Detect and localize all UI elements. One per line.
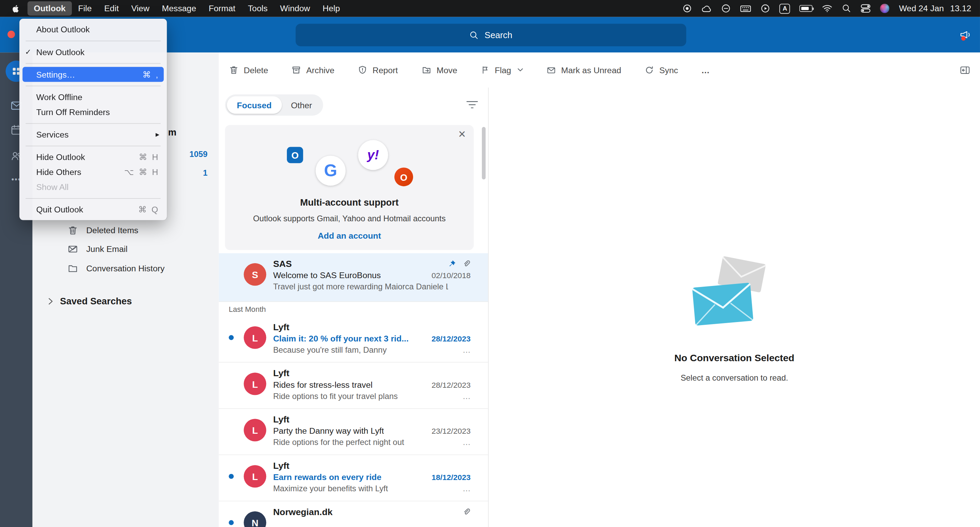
folder-deleted-items[interactable]: Deleted Items — [67, 225, 138, 236]
message-row-lyft-1[interactable]: L Lyft Claim it: 20 % off your next 3 ri… — [219, 316, 488, 363]
list-scrollbar[interactable] — [482, 127, 485, 180]
play-icon[interactable] — [761, 4, 770, 13]
sender: SAS — [273, 259, 292, 269]
close-window-button[interactable] — [8, 31, 15, 38]
menubar-item-file[interactable]: File — [72, 2, 98, 16]
wifi-icon[interactable] — [822, 5, 833, 13]
empty-state-subtitle: Select a conversation to read. — [488, 373, 980, 383]
preview: Travel just got more rewarding Maiorca D… — [273, 282, 448, 291]
cloud-icon[interactable] — [701, 5, 712, 13]
message-date: 02/10/2018 — [431, 271, 471, 280]
menubar-item-format[interactable]: Format — [202, 2, 242, 16]
promo-subtitle: Outlook supports Gmail, Yahoo and Hotmai… — [225, 214, 474, 223]
menubar-item-window[interactable]: Window — [274, 2, 317, 16]
outlook-logo: O — [287, 147, 303, 163]
sender: Lyft — [273, 322, 290, 332]
avatar: L — [243, 326, 266, 349]
menubar-item-edit[interactable]: Edit — [98, 2, 125, 16]
message-date: 28/12/2023 — [431, 334, 471, 343]
sender: Norwegian.dk — [273, 507, 333, 517]
menu-shortcut: ⌘ H — [139, 152, 159, 162]
avatar: L — [243, 373, 266, 395]
row-more-button[interactable]: … — [463, 392, 471, 401]
report-button[interactable]: Report — [358, 65, 398, 75]
keyboard-icon[interactable] — [740, 4, 751, 13]
dnd-icon[interactable] — [721, 4, 731, 13]
toolbar-overflow-button[interactable]: … — [701, 65, 710, 75]
menu-item-quit[interactable]: Quit Outlook ⌘ Q — [19, 202, 167, 217]
menu-item-work-offline[interactable]: Work Offline — [19, 89, 167, 105]
message-row-lyft-4[interactable]: L Lyft Earn rewards on every ride 18/12/… — [219, 455, 488, 502]
message-date: 28/12/2023 — [431, 380, 471, 389]
control-center-icon[interactable] — [861, 4, 871, 13]
apple-menu[interactable] — [9, 3, 27, 13]
menu-item-services[interactable]: Services ▸ — [19, 127, 167, 142]
archive-button[interactable]: Archive — [291, 65, 334, 75]
whats-new-button[interactable] — [958, 27, 972, 41]
menu-item-hide-others[interactable]: Hide Others ⌥ ⌘ H — [19, 164, 167, 180]
menu-item-label: Hide Others — [37, 167, 81, 177]
message-rows: S SAS Welcome to SAS EuroBonus 02/10/201… — [219, 253, 488, 527]
siri-icon[interactable] — [880, 4, 890, 13]
sync-label: Sync — [659, 65, 678, 75]
mark-unread-button[interactable]: Mark as Unread — [546, 65, 621, 75]
menu-separator — [25, 123, 161, 124]
row-more-button[interactable]: … — [463, 438, 471, 447]
delete-button[interactable]: Delete — [229, 65, 268, 75]
sync-button[interactable]: Sync — [644, 65, 678, 75]
empty-state-illustration — [693, 256, 775, 330]
tab-other[interactable]: Other — [282, 100, 321, 110]
reading-pane-toggle-button[interactable] — [959, 65, 970, 75]
menu-separator — [25, 198, 161, 199]
move-button[interactable]: Move — [421, 65, 457, 75]
message-row-lyft-3[interactable]: L Lyft Party the Danny way with Lyft 23/… — [219, 409, 488, 455]
tab-focused[interactable]: Focused — [227, 96, 282, 114]
message-row-lyft-2[interactable]: L Lyft Rides for stress-less travel 28/1… — [219, 363, 488, 409]
mark-unread-label: Mark as Unread — [561, 65, 621, 75]
close-icon[interactable]: × — [458, 128, 466, 140]
hotmail-logo: O — [395, 167, 413, 186]
subject: Rides for stress-less travel — [273, 380, 372, 390]
chevron-down-icon[interactable] — [517, 68, 523, 72]
menu-separator — [25, 40, 161, 41]
add-account-link[interactable]: Add an account — [225, 231, 474, 241]
filter-button[interactable] — [466, 101, 478, 109]
search-icon — [469, 30, 479, 40]
message-list-pane: Focused Other × O G y! O Multi-account s… — [219, 88, 488, 527]
menubar-item-tools[interactable]: Tools — [242, 2, 274, 16]
menu-item-new-outlook[interactable]: ✓ New Outlook — [19, 44, 167, 59]
input-source-icon[interactable]: A — [780, 3, 790, 13]
menu-item-show-all: Show All — [19, 180, 167, 194]
row-more-button[interactable]: … — [463, 345, 471, 355]
search-input[interactable]: Search — [296, 24, 686, 46]
saved-searches-section[interactable]: Saved Searches — [48, 296, 132, 306]
message-row-norwegian[interactable]: N Norwegian.dk — [219, 502, 488, 527]
shield-alert-icon — [358, 65, 368, 75]
folder-junk-email[interactable]: Junk Email — [67, 244, 127, 254]
row-more-button[interactable]: … — [463, 484, 471, 493]
battery-icon[interactable] — [800, 5, 813, 11]
menubar-item-message[interactable]: Message — [156, 2, 202, 16]
inbox-unread-badge: 1059 — [189, 150, 208, 159]
menubar-item-help[interactable]: Help — [317, 2, 347, 16]
spotlight-icon[interactable] — [842, 4, 852, 13]
folder-conversation-history[interactable]: Conversation History — [67, 263, 164, 274]
menubar-item-view[interactable]: View — [125, 2, 156, 16]
menu-item-about[interactable]: About Outlook — [19, 22, 167, 37]
report-label: Report — [372, 65, 398, 75]
menu-item-hide-outlook[interactable]: Hide Outlook ⌘ H — [19, 150, 167, 164]
message-row-sas[interactable]: S SAS Welcome to SAS EuroBonus 02/10/201… — [219, 253, 488, 302]
flag-button[interactable]: Flag — [480, 65, 523, 75]
record-icon[interactable] — [682, 4, 692, 13]
menu-separator — [25, 145, 161, 146]
subject: Welcome to SAS EuroBonus — [273, 271, 381, 280]
menubar-date[interactable]: Wed 24 Jan — [899, 4, 944, 13]
subject: Earn rewards on every ride — [273, 473, 382, 482]
subject: Party the Danny way with Lyft — [273, 426, 384, 436]
menu-item-turn-off-reminders[interactable]: Turn Off Reminders — [19, 105, 167, 119]
menu-item-settings[interactable]: Settings… ⌘ , — [22, 67, 164, 82]
submenu-arrow-icon: ▸ — [156, 130, 159, 139]
menu-item-label: Settings… — [37, 70, 75, 79]
menubar-item-outlook[interactable]: Outlook — [27, 2, 72, 16]
menubar-time: 13.12 — [950, 4, 971, 13]
